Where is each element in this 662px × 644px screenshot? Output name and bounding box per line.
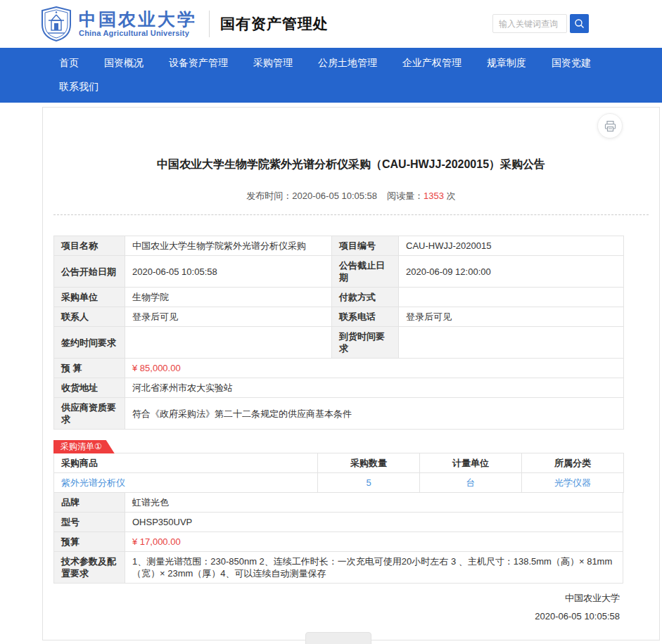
nav-item-rules[interactable]: 规章制度 [487, 56, 526, 70]
signature-date: 2020-06-05 10:05:58 [43, 607, 620, 626]
nav-item-enterprise[interactable]: 企业产权管理 [402, 56, 462, 70]
table-row: 供应商资质要求 符合《政府采购法》第二十二条规定的供应商基本条件 [54, 398, 624, 430]
product-link[interactable]: 紫外光谱分析仪 [61, 477, 125, 488]
logo-name-cn: 中国农业大学 [79, 11, 197, 29]
page: 中国农业大学 China Agricultural University 国有资… [0, 0, 662, 644]
unit-value: 台 [420, 473, 522, 493]
views-suffix: 次 [447, 191, 456, 201]
detail-label: 型号 [54, 513, 125, 532]
info-label: 付款方式 [332, 288, 399, 307]
nav-item-housing-land[interactable]: 公房土地管理 [318, 56, 377, 70]
university-logo[interactable]: 中国农业大学 China Agricultural University [40, 6, 197, 41]
info-value: 符合《政府采购法》第二十二条规定的供应商基本条件 [125, 398, 624, 430]
model-value: OHSP350UVP [125, 513, 623, 532]
info-label: 公告截止日期 [332, 256, 399, 288]
col-header-category: 所属分类 [522, 453, 624, 473]
info-label: 项目编号 [332, 236, 399, 256]
table-row: 预 算 ¥ 85,000.00 [54, 359, 624, 378]
site-title: 国有资产管理处 [220, 14, 329, 34]
article-card: 中国农业大学生物学院紫外光谱分析仪采购（CAU-HWJJ-2020015）采购公… [42, 107, 660, 640]
logo-name-en: China Agricultural University [79, 29, 197, 37]
brand-value: 虹谱光色 [125, 493, 623, 513]
views-count: 1353 [424, 191, 444, 201]
signature-org: 中国农业大学 [43, 589, 620, 607]
nav-item-contact[interactable]: 联系我们 [59, 79, 98, 94]
table-row: 联系人 登录后可见 联系电话 登录后可见 [54, 307, 624, 327]
procurement-list-tag: 采购清单① [53, 440, 115, 453]
printer-icon [604, 120, 616, 132]
category-link[interactable]: 光学仪器 [554, 477, 591, 488]
item-budget-value: ¥ 17,000.00 [125, 532, 623, 552]
info-value: 登录后可见 [125, 307, 332, 327]
views-label: 阅读量： [387, 191, 424, 201]
info-value: 生物学院 [125, 288, 332, 307]
info-label: 到货时间要求 [332, 327, 399, 359]
nav-item-procurement[interactable]: 采购管理 [253, 56, 293, 70]
info-label: 项目名称 [54, 236, 125, 256]
logo-text: 中国农业大学 China Agricultural University [79, 11, 197, 37]
table-header-row: 采购商品 采购数量 计量单位 所属分类 [54, 453, 624, 473]
publish-time-value: 2020-06-05 10:05:58 [292, 191, 377, 201]
table-row: 项目名称 中国农业大学生物学院紫外光谱分析仪采购 项目编号 CAU-HWJJ-2… [54, 236, 624, 256]
university-emblem-icon [40, 6, 72, 41]
table-row: 公告开始日期 2020-06-05 10:05:58 公告截止日期 2020-0… [54, 256, 624, 288]
nav-row-2: 联系我们 [59, 79, 662, 94]
article-title: 中国农业大学生物学院紫外光谱分析仪采购（CAU-HWJJ-2020015）采购公… [85, 157, 617, 172]
info-value: 中国农业大学生物学院紫外光谱分析仪采购 [125, 236, 332, 256]
budget-value: ¥ 85,000.00 [125, 359, 624, 378]
procurement-list-table: 采购商品 采购数量 计量单位 所属分类 紫外光谱分析仪 5 台 光学仪器 [53, 453, 624, 493]
table-row: 型号 OHSP350UVP [54, 513, 623, 532]
col-header-unit: 计量单位 [420, 453, 522, 473]
table-row: 预算 ¥ 17,000.00 [54, 532, 623, 552]
nav-item-overview[interactable]: 国资概况 [104, 56, 144, 70]
info-value: 2020-06-05 10:05:58 [125, 256, 332, 288]
signature-block: 中国农业大学 2020-06-05 10:05:58 [43, 589, 620, 626]
col-header-quantity: 采购数量 [318, 453, 420, 473]
detail-label: 技术参数及配置要求 [54, 552, 125, 584]
detail-label: 品牌 [54, 493, 125, 513]
info-label: 联系人 [54, 307, 125, 327]
info-value [399, 327, 624, 359]
quantity-value: 5 [318, 473, 420, 493]
bottom-action-button-partial[interactable] [305, 632, 371, 644]
info-value [125, 327, 332, 359]
col-header-product: 采购商品 [54, 453, 318, 473]
item-detail-table: 品牌 虹谱光色 型号 OHSP350UVP 预算 ¥ 17,000.00 技术参… [53, 492, 623, 584]
nav-item-home[interactable]: 首页 [59, 56, 79, 70]
main-nav: 首页 国资概况 设备资产管理 采购管理 公房土地管理 企业产权管理 规章制度 国… [0, 48, 662, 103]
publish-time-label: 发布时间： [246, 191, 292, 201]
search-input[interactable] [492, 14, 567, 33]
info-label: 采购单位 [54, 288, 125, 307]
table-row: 紫外光谱分析仪 5 台 光学仪器 [54, 473, 624, 493]
site-header: 中国农业大学 China Agricultural University 国有资… [0, 0, 662, 48]
table-row: 技术参数及配置要求 1、测量光谱范围：230-850nm 2、连续工作时长：一次… [54, 552, 623, 584]
project-info-table: 项目名称 中国农业大学生物学院紫外光谱分析仪采购 项目编号 CAU-HWJJ-2… [53, 236, 624, 430]
nav-row-1: 首页 国资概况 设备资产管理 采购管理 公房土地管理 企业产权管理 规章制度 国… [59, 56, 662, 70]
search-button[interactable] [570, 14, 589, 33]
info-label: 签约时间要求 [54, 327, 125, 359]
nav-item-party[interactable]: 国资党建 [552, 56, 591, 70]
nav-item-equipment[interactable]: 设备资产管理 [169, 56, 228, 70]
tech-specs-value: 1、测量光谱范围：230-850nm 2、连续工作时长：一次充电可使用20小时左… [125, 552, 623, 584]
table-row: 收货地址 河北省涿州市农大实验站 [54, 378, 624, 398]
print-button[interactable] [597, 113, 623, 139]
info-value [399, 288, 624, 307]
info-label: 供应商资质要求 [54, 398, 125, 430]
info-value: 河北省涿州市农大实验站 [125, 378, 624, 398]
divider-dashed-top [53, 214, 649, 215]
info-label: 收货地址 [54, 378, 125, 398]
info-label: 公告开始日期 [54, 256, 125, 288]
table-row: 品牌 虹谱光色 [54, 493, 623, 513]
info-label: 联系电话 [332, 307, 399, 327]
article-meta: 发布时间：2020-06-05 10:05:58阅读量：1353 次 [43, 190, 659, 202]
info-value: 登录后可见 [399, 307, 624, 327]
table-row: 签约时间要求 到货时间要求 [54, 327, 624, 359]
search-icon [574, 18, 585, 29]
info-label: 预 算 [54, 359, 125, 378]
detail-label: 预算 [54, 532, 125, 552]
search-bar [492, 14, 589, 33]
table-row: 采购单位 生物学院 付款方式 [54, 288, 624, 307]
info-value: 2020-06-09 12:00:00 [399, 256, 624, 288]
info-value: CAU-HWJJ-2020015 [399, 236, 624, 256]
header-divider [209, 11, 210, 37]
